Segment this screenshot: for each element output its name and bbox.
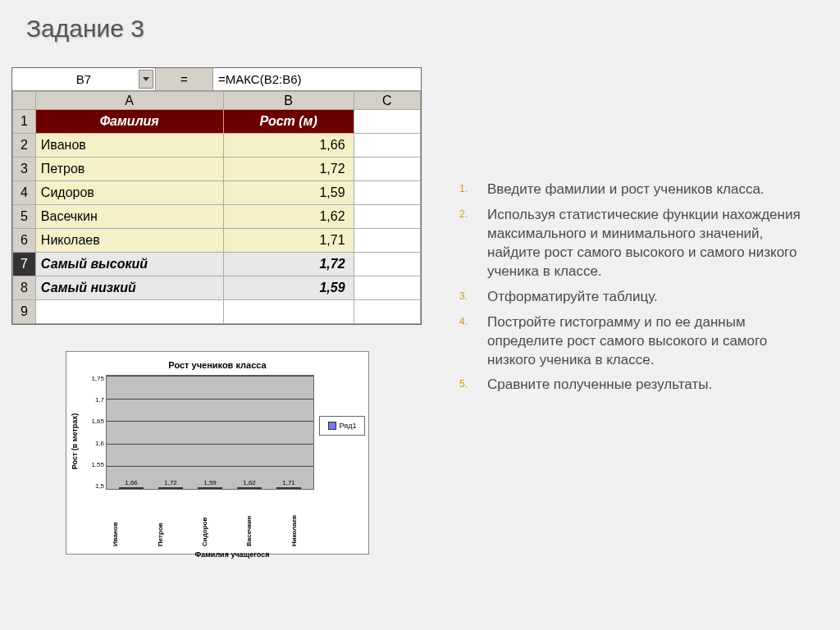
cell[interactable] [35, 300, 223, 324]
bar-value-label: 1,71 [282, 479, 295, 486]
cell-surname[interactable]: Иванов [35, 134, 223, 158]
select-all-cell[interactable] [13, 92, 36, 110]
cell-surname[interactable]: Петров [35, 158, 223, 181]
cell-surname[interactable]: Николаев [35, 229, 223, 253]
cell[interactable] [354, 110, 420, 134]
row-header[interactable]: 7 [13, 253, 36, 276]
instruction-item: 1. Введите фамилии и рост учеников класс… [487, 180, 812, 199]
ytick: 1,5 [83, 482, 104, 490]
spreadsheet-panel: B7 = =МАКС(B2:B6) A B C 1 Фамилия Рост (… [11, 67, 422, 325]
cell[interactable] [354, 253, 420, 276]
instruction-text: Введите фамилии и рост учеников класса. [487, 181, 765, 197]
chart-yticks: 1,75 1,7 1,65 1,6 1,55 1,5 [83, 375, 106, 490]
col-header-C[interactable]: C [354, 92, 420, 110]
chart-bar: 1,71 [276, 479, 301, 489]
row-header[interactable]: 1 [13, 110, 36, 134]
bar-value-label: 1,62 [243, 479, 256, 486]
instruction-item: 2. Используя статистические функции нахо… [487, 206, 812, 281]
row-header[interactable]: 5 [13, 205, 36, 229]
row-header[interactable]: 3 [13, 158, 36, 181]
active-cell-ref: B7 [76, 72, 91, 86]
xtick-label: Сидоров [201, 522, 234, 546]
bar-value-label: 1,59 [203, 479, 217, 486]
xtick-label: Петров [157, 522, 189, 546]
xtick-label: Васечкин [245, 522, 278, 546]
ytick: 1,7 [83, 396, 104, 404]
instruction-text: Отформатируйте таблицу. [487, 289, 658, 304]
formula-eq-button[interactable]: = [156, 68, 213, 90]
legend-swatch-icon [328, 422, 336, 430]
instruction-item: 5. Сравните полученные результаты. [487, 376, 812, 395]
list-number: 1. [459, 182, 468, 195]
ytick: 1,55 [83, 461, 104, 468]
cell-surname[interactable]: Васечкин [35, 205, 223, 229]
xtick-label: Иванов [112, 522, 144, 546]
cell[interactable] [354, 205, 420, 229]
spreadsheet-grid: A B C 1 Фамилия Рост (м) 2 Иванов 1,66 3… [12, 91, 421, 324]
cell-summary-label[interactable]: Самый высокий [35, 253, 223, 276]
chart-bar: 1,62 [237, 479, 262, 489]
name-box[interactable]: B7 [12, 68, 156, 90]
cell-height[interactable]: 1,71 [223, 229, 354, 253]
formula-bar: B7 = =МАКС(B2:B6) [12, 68, 421, 91]
instruction-text: Постройте гистограмму и по ее данным опр… [487, 314, 767, 368]
xtick-label: Николаев [290, 522, 323, 546]
formula-input[interactable]: =МАКС(B2:B6) [213, 68, 421, 90]
name-box-dropdown-icon[interactable] [139, 70, 153, 89]
col-header-B[interactable]: B [223, 92, 354, 110]
cell-summary-label[interactable]: Самый низкий [35, 276, 223, 300]
instruction-text: Сравните полученные результаты. [487, 377, 712, 392]
chart-title: Рост учеников класса [70, 360, 365, 370]
bar-value-label: 1,72 [164, 479, 177, 486]
instruction-text: Используя статистические функции нахожде… [487, 207, 801, 279]
row-header[interactable]: 9 [13, 300, 36, 324]
chart-histogram: Рост учеников класса Рост (в метрах) 1,7… [66, 351, 369, 555]
cell[interactable] [354, 158, 420, 181]
chart-legend: Ряд1 [319, 416, 365, 436]
cell[interactable] [223, 300, 354, 324]
cell-height[interactable]: 1,59 [223, 181, 354, 205]
cell[interactable] [354, 300, 420, 324]
ytick: 1,65 [83, 418, 104, 425]
instruction-list: 1. Введите фамилии и рост учеников класс… [459, 180, 812, 401]
page-title: Задание 3 [26, 15, 144, 43]
row-header[interactable]: 4 [13, 181, 36, 205]
cell[interactable] [354, 276, 420, 300]
chart-xticks: ИвановПетровСидоровВасечкинНиколаев [70, 501, 365, 550]
cell-surname[interactable]: Сидоров [35, 181, 223, 205]
list-number: 5. [459, 377, 468, 390]
cell[interactable] [354, 134, 420, 158]
chart-bar: 1,66 [119, 479, 144, 489]
cell-summary-value[interactable]: 1,59 [223, 276, 354, 300]
legend-label: Ряд1 [340, 422, 357, 430]
bar-value-label: 1,66 [125, 479, 138, 486]
instruction-item: 4. Постройте гистограмму и по ее данным … [487, 313, 812, 370]
row-header[interactable]: 8 [13, 276, 36, 300]
row-header[interactable]: 2 [13, 134, 36, 158]
table-header-surname[interactable]: Фамилия [35, 110, 223, 134]
chart-ylabel: Рост (в метрах) [71, 413, 79, 470]
ytick: 1,6 [83, 440, 104, 447]
col-header-A[interactable]: A [35, 92, 223, 110]
cell[interactable] [354, 229, 420, 253]
cell-height[interactable]: 1,72 [223, 158, 354, 181]
chart-xlabel: Фамилия учащегося [70, 550, 365, 559]
table-header-height[interactable]: Рост (м) [223, 110, 354, 134]
cell-height[interactable]: 1,66 [223, 134, 354, 158]
chart-bars: 1,661,721,591,621,71 [107, 376, 313, 489]
list-number: 4. [459, 315, 468, 328]
cell[interactable] [354, 181, 420, 205]
ytick: 1,75 [83, 375, 104, 382]
cell-summary-value[interactable]: 1,72 [223, 253, 354, 276]
chart-plot-area: 1,661,721,591,621,71 [106, 375, 314, 490]
chart-bar: 1,59 [198, 479, 222, 489]
cell-height[interactable]: 1,62 [223, 205, 354, 229]
instruction-item: 3. Отформатируйте таблицу. [487, 288, 812, 307]
list-number: 2. [459, 208, 468, 221]
list-number: 3. [459, 290, 468, 303]
row-header[interactable]: 6 [13, 229, 36, 253]
chart-bar: 1,72 [158, 479, 183, 489]
